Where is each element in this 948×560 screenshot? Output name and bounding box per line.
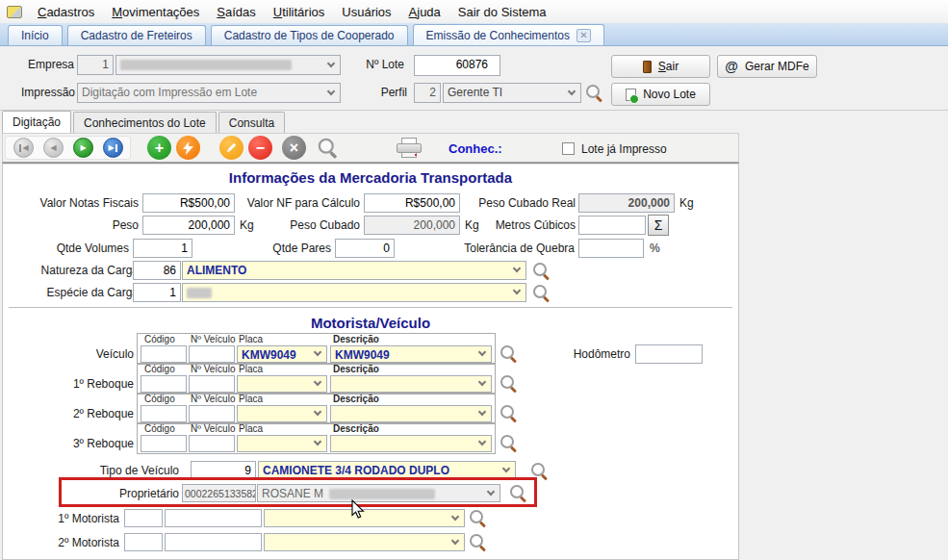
menu-item-sair-do-sistema[interactable]: Sair do Sistema	[449, 2, 555, 22]
natureza-carga-search-icon[interactable]	[532, 262, 551, 280]
motorista2-num-field[interactable]	[165, 533, 262, 551]
especie-carga-combo[interactable]	[182, 283, 526, 302]
descricao-column-header: Descrição	[333, 423, 379, 434]
gerar-mdfe-button[interactable]: @Gerar MDFe	[717, 55, 817, 78]
motorista-veiculo-section-title: Motorista/Veículo	[3, 315, 738, 331]
chevron-down-icon	[502, 465, 510, 472]
qtde-pares-field[interactable]: 0	[335, 239, 395, 258]
peso-label: Peso	[23, 218, 139, 232]
search-icon[interactable]	[318, 138, 339, 159]
proprietario-search-icon[interactable]	[509, 484, 527, 502]
reboque3-placa-combo[interactable]	[237, 435, 327, 452]
reboque1-search-icon[interactable]	[500, 374, 518, 393]
tab-close-icon[interactable]: ✕	[576, 29, 591, 42]
reboque3-descricao-combo[interactable]	[330, 435, 492, 452]
next-record-icon[interactable]: ▶	[73, 138, 93, 158]
menu-item-usuarios[interactable]: Usuários	[333, 2, 399, 22]
motorista1-search-icon[interactable]	[469, 509, 487, 527]
qtde-volumes-field[interactable]: 1	[133, 239, 192, 258]
proprietario-name-visible: ROSANE M	[262, 487, 323, 500]
menu-item-cadastros[interactable]: Cadastros	[29, 2, 103, 22]
menu-item-saidas[interactable]: Saídas	[208, 2, 264, 22]
qtde-pares-label: Qtde Pares	[216, 242, 331, 255]
motorista2-combo[interactable]	[264, 533, 465, 551]
chevron-down-icon	[478, 438, 486, 445]
motorista2-search-icon[interactable]	[469, 533, 487, 551]
menu-item-ajuda[interactable]: Ajuda	[400, 2, 449, 22]
subtab-consulta[interactable]: Consulta	[218, 112, 285, 133]
reboque3-search-icon[interactable]	[500, 434, 518, 452]
motorista1-num-field[interactable]	[165, 509, 262, 527]
peso-field[interactable]: 200,000	[142, 216, 235, 235]
sair-button[interactable]: Sair	[611, 55, 710, 78]
reboque3-codigo-field[interactable]	[141, 435, 187, 452]
reboque1-num-field[interactable]	[189, 375, 235, 393]
veiculo-descricao-combo[interactable]: KMW9049	[330, 345, 492, 363]
motorista1-codigo-field[interactable]	[124, 509, 163, 527]
tipo-veiculo-combo[interactable]: CAMIONETE 3/4 RODADO DUPLO	[258, 461, 516, 480]
descricao-column-header: Descrição	[333, 364, 379, 374]
tab-emissao-de-conhecimentos[interactable]: Emissão de Conhecimentos ✕	[413, 24, 604, 45]
printer-icon[interactable]	[396, 138, 423, 159]
tipo-veiculo-search-icon[interactable]	[530, 462, 549, 480]
reboque1-codigo-field[interactable]	[141, 375, 187, 393]
descricao-column-header: Descrição	[333, 334, 379, 344]
numero-lote-field[interactable]: 60876	[414, 55, 500, 76]
perfil-combo[interactable]: Gerente TI	[443, 83, 581, 103]
cancel-record-icon[interactable]: ×	[282, 136, 306, 160]
delete-record-icon[interactable]: −	[248, 136, 272, 160]
chevron-down-icon	[478, 408, 486, 416]
placa-column-header: Placa	[239, 334, 263, 344]
especie-carga-code-field[interactable]: 1	[133, 283, 181, 302]
chevron-down-icon	[478, 348, 486, 356]
perfil-search-icon[interactable]	[585, 84, 603, 102]
reboque3-num-field[interactable]	[189, 435, 235, 452]
valor-notas-fiscais-label: Valor Notas Fiscais	[23, 196, 139, 210]
reboque2-search-icon[interactable]	[500, 404, 518, 422]
door-icon	[643, 61, 652, 73]
perfil-value: Gerente TI	[448, 86, 502, 99]
pencil-icon	[225, 141, 238, 154]
tolerancia-quebra-field[interactable]	[578, 239, 644, 258]
lote-ja-impresso-checkbox[interactable]	[562, 142, 575, 155]
valor-notas-fiscais-field[interactable]: R$500,00	[142, 193, 235, 213]
tab-inicio[interactable]: Início	[8, 25, 63, 45]
add-record-icon[interactable]: +	[147, 136, 171, 160]
motorista1-combo[interactable]	[264, 509, 465, 527]
chevron-down-icon	[314, 438, 321, 445]
valor-nf-calculo-field[interactable]: R$500,00	[364, 193, 460, 213]
reboque2-placa-combo[interactable]	[237, 405, 327, 422]
last-record-icon[interactable]: ▶	[103, 138, 123, 158]
natureza-carga-combo[interactable]: ALIMENTO	[182, 261, 526, 280]
novo-lote-button[interactable]: Novo Lote	[611, 83, 710, 106]
subtab-conhecimentos-do-lote[interactable]: Conhecimentos do Lote	[73, 112, 217, 133]
proprietario-code-field: 00022651335827	[182, 484, 256, 502]
veiculo-placa-combo[interactable]: KMW9049	[237, 345, 327, 363]
tipo-veiculo-code-field[interactable]: 9	[191, 461, 256, 480]
especie-carga-search-icon[interactable]	[532, 284, 551, 302]
metros-cubicos-field[interactable]	[578, 216, 646, 235]
veiculo-codigo-field[interactable]	[141, 345, 187, 363]
reboque2-codigo-field[interactable]	[141, 405, 187, 422]
reboque2-num-field[interactable]	[189, 405, 235, 422]
reboque1-descricao-combo[interactable]	[330, 375, 492, 393]
tab-cadastro-de-freteiros[interactable]: Cadastro de Freteiros	[67, 25, 206, 45]
chevron-down-icon	[451, 536, 459, 544]
hodometro-field[interactable]	[635, 344, 703, 364]
reboque1-placa-combo[interactable]	[237, 375, 327, 393]
edit-record-icon[interactable]	[219, 136, 243, 160]
post-record-icon[interactable]	[176, 136, 200, 160]
menu-item-utilitarios[interactable]: Utilitários	[265, 2, 333, 22]
subtab-digitacao[interactable]: Digitação	[2, 111, 71, 133]
reboque2-descricao-combo[interactable]	[330, 405, 492, 422]
chevron-down-icon	[314, 348, 321, 356]
num-veiculo-column-header: Nº Veículo	[191, 394, 235, 404]
veiculo-num-field[interactable]	[189, 345, 235, 363]
tab-cadastro-de-tipos-de-cooperado[interactable]: Cadastro de Tipos de Cooperado	[211, 25, 408, 45]
sum-button[interactable]: Σ	[648, 215, 669, 236]
especie-carga-label: Espécie da Carga	[23, 286, 139, 299]
natureza-carga-code-field[interactable]: 86	[133, 261, 181, 280]
menu-item-movimentacoes[interactable]: Movimentações	[103, 2, 208, 22]
motorista2-codigo-field[interactable]	[124, 533, 163, 551]
mercadoria-section-title: Informações da Mercadoria Transportada	[3, 169, 738, 186]
